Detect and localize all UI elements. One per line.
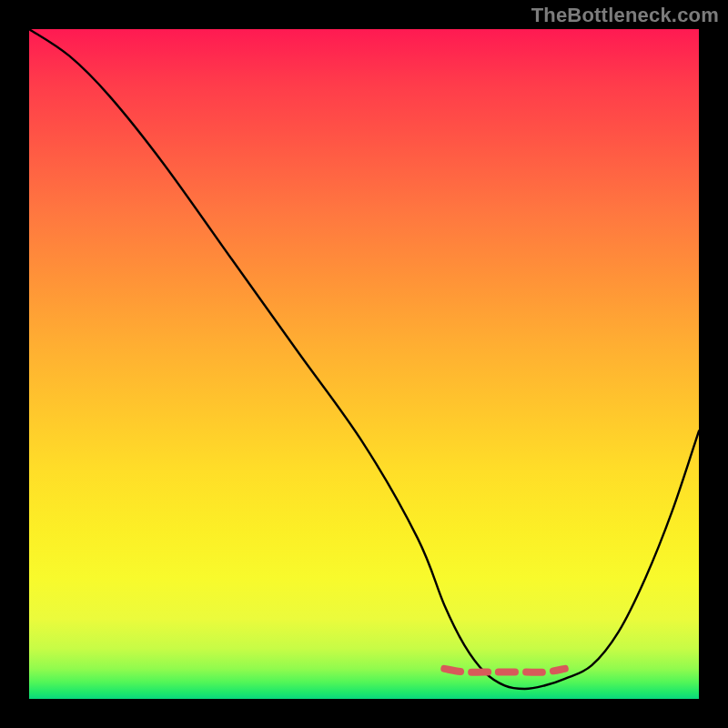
source-watermark: TheBottleneck.com (531, 4, 719, 27)
bottleneck-curve (29, 29, 699, 689)
chart-canvas: TheBottleneck.com (0, 0, 728, 728)
optimal-zone-marker (444, 669, 564, 672)
curve-layer (29, 29, 699, 699)
gradient-plot-area (29, 29, 699, 699)
